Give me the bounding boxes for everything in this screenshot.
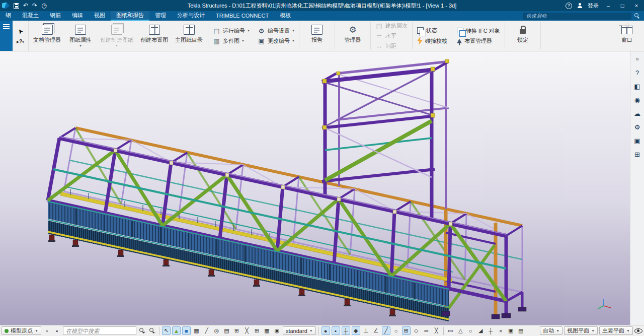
login-button[interactable]: 登录 (588, 2, 599, 10)
status-button[interactable]: 状态 (415, 26, 449, 35)
building-hierarchy-button[interactable]: ▤ 建筑层次 (373, 22, 410, 30)
snap-ortho-icon[interactable]: ╳ (432, 326, 441, 335)
auto-dropdown[interactable]: 自动▼ (540, 326, 562, 335)
quick-launch-input[interactable] (523, 13, 631, 20)
numbering-settings-button[interactable]: ⚙ 编号设置▾ (256, 27, 296, 35)
redo-icon[interactable]: ↷ (32, 3, 37, 9)
app-menu-button[interactable] (0, 21, 13, 51)
collapse-chevron-icon[interactable]: » (633, 54, 642, 63)
workplane-toggle-icon[interactable]: ⊞ (253, 326, 261, 335)
spacing-icon: ↔ (375, 43, 383, 49)
drawing-properties-button[interactable]: 图纸属性 ▾ (65, 22, 96, 50)
menu-steel[interactable]: 钢 (0, 11, 17, 21)
select-reinforcement-icon[interactable]: ▤ (222, 326, 231, 335)
lock-button[interactable]: 锁定 (507, 22, 538, 50)
crosshair-tool-icon[interactable]: ┼ (487, 326, 495, 335)
spacing-button[interactable]: ↔ 间距 (373, 42, 410, 50)
ribbon-layout-icon[interactable]: □ (626, 22, 629, 28)
maximize-button[interactable]: □ (618, 3, 627, 9)
save-icon[interactable] (14, 3, 19, 9)
zoom-in-icon[interactable]: + (138, 326, 146, 335)
select-parts-icon[interactable]: ▲ (172, 326, 181, 335)
menu-trimble-connect[interactable]: TRIMBLE CONNECT (210, 11, 274, 21)
snap-angles-icon[interactable]: ∠ (372, 326, 380, 335)
view-grid-toggle-icon[interactable]: ▦ (263, 326, 271, 335)
create-fabrication-drawings-button[interactable]: 创建制造图纸 ▾ (97, 22, 136, 50)
work-plane-dropdown[interactable]: 主要平面▼ (599, 326, 633, 335)
grid-toggle-icon[interactable]: ▪ (53, 326, 61, 335)
minimize-button[interactable]: – (604, 3, 613, 9)
menu-edit[interactable]: 编辑 (66, 11, 89, 21)
undo-icon[interactable]: ↶ (23, 3, 28, 9)
fill-tool-icon[interactable]: ▣ (507, 326, 515, 335)
document-manager-button[interactable]: 文档管理器 (30, 22, 64, 50)
snap-grid-icon[interactable]: ⊞ (402, 326, 411, 335)
corner-snap-tool-icon[interactable]: ◢ (476, 326, 485, 335)
applications-components-gear-icon[interactable]: ⚙ (633, 122, 642, 131)
menu-manage[interactable]: 管理 (149, 11, 172, 21)
pointer-question-icon[interactable]: ? (633, 68, 642, 77)
measure-tool-icon[interactable]: ▭ (446, 326, 455, 335)
menu-analysis-design[interactable]: 分析与设计 (172, 11, 210, 21)
select-all-icon[interactable]: ╳ (243, 326, 251, 335)
create-view-tool-icon[interactable]: △ (456, 326, 465, 335)
snap-endpoints-icon[interactable]: ▪ (332, 326, 340, 335)
quick-launch-search-icon[interactable] (634, 13, 640, 19)
change-numbering-button[interactable]: ▣ 更改编号▾ (256, 37, 296, 45)
snap-free-icon[interactable]: ◇ (412, 326, 421, 335)
clip-plane-icon[interactable]: ◧ (633, 82, 642, 91)
model-search-input[interactable] (63, 326, 136, 335)
snap-perpendicular-icon[interactable]: ⊥ (362, 326, 370, 335)
reference-models-icon[interactable]: ◉ (633, 95, 642, 104)
render-mode-icon[interactable]: ◉ (273, 326, 281, 335)
visibility-eye-icon[interactable] (634, 328, 642, 333)
snap-midpoints-icon[interactable]: ◆ (352, 326, 360, 335)
organizer-icon[interactable]: ⊞ (633, 150, 642, 159)
layout-manager-button[interactable]: 布置管理器 (455, 37, 502, 45)
snap-intersections-icon[interactable]: ┼ (342, 326, 350, 335)
inquire-cursor-button[interactable]: ▸?▾ (17, 38, 24, 44)
close-button[interactable]: × (632, 3, 641, 9)
menu-drawings-reports[interactable]: 图纸和报告 (111, 11, 149, 21)
3d-viewport[interactable] (0, 51, 630, 325)
help-icon[interactable]: ? (566, 3, 572, 9)
menu-rebar[interactable]: 钢筋 (44, 11, 66, 21)
level-button[interactable]: ═ 水平 (373, 32, 410, 40)
model-origin-dropdown[interactable]: 模型原点 ▼ (2, 326, 41, 335)
clash-check-button[interactable]: 碰撞校核 (415, 36, 449, 46)
snap-points-icon[interactable]: ● (321, 326, 330, 335)
ribbon-minimize-icon[interactable]: – (619, 22, 622, 28)
user-icon[interactable] (577, 3, 583, 9)
master-drawing-catalog-button[interactable]: 主图纸目录 (172, 22, 206, 50)
snap-nearest-icon[interactable]: ○ (392, 326, 400, 335)
history-icon[interactable]: ◷ (41, 3, 46, 9)
create-layout-drawing-button[interactable]: 创建布置图 (137, 22, 171, 50)
delete-tool-icon[interactable]: × (497, 326, 505, 335)
coordinate-toggle-icon[interactable]: ▫ (43, 326, 51, 335)
menu-template[interactable]: 模板 (274, 11, 296, 21)
menu-view[interactable]: 视图 (89, 11, 111, 21)
manager-button[interactable]: ⚙ 管理器 (337, 22, 368, 50)
trimble-connect-cloud-icon[interactable]: ☁ (633, 109, 642, 118)
convert-ifc-button[interactable]: 转换 IFC 对象 (455, 27, 502, 35)
select-pointer-icon[interactable]: ↖ (162, 326, 171, 335)
run-numbering-button[interactable]: ▤ 运行编号▾ (211, 27, 252, 35)
orbit-tool-icon[interactable]: ○ (466, 326, 475, 335)
select-welds-icon[interactable]: ╱ (202, 326, 211, 335)
select-components-icon[interactable]: ■ (182, 326, 191, 335)
selection-filter-dropdown[interactable]: standard ▼ (283, 326, 316, 335)
select-points-icon[interactable]: ▦ (192, 326, 201, 335)
multi-drawing-button[interactable]: ▦ 多件图▾ (211, 37, 252, 45)
menu-concrete[interactable]: 混凝土 (17, 11, 44, 21)
snap-extension-icon[interactable]: ═ (422, 326, 431, 335)
zoom-out-icon[interactable]: − (148, 326, 156, 335)
model-3d-view[interactable] (0, 51, 630, 325)
select-bolts-icon[interactable]: ◎ (212, 326, 221, 335)
view-plane-dropdown[interactable]: 视图平面▼ (564, 326, 598, 335)
catalogs-icon[interactable]: ▣ (633, 136, 642, 145)
snap-lines-icon[interactable]: ╱ (382, 326, 390, 335)
select-plane-icon[interactable]: ⊞ (232, 326, 241, 335)
list-tool-icon[interactable]: ▤ (517, 326, 525, 335)
reports-button[interactable]: 报告 (301, 22, 333, 50)
select-cursor-button[interactable]: ➤ (18, 28, 23, 35)
